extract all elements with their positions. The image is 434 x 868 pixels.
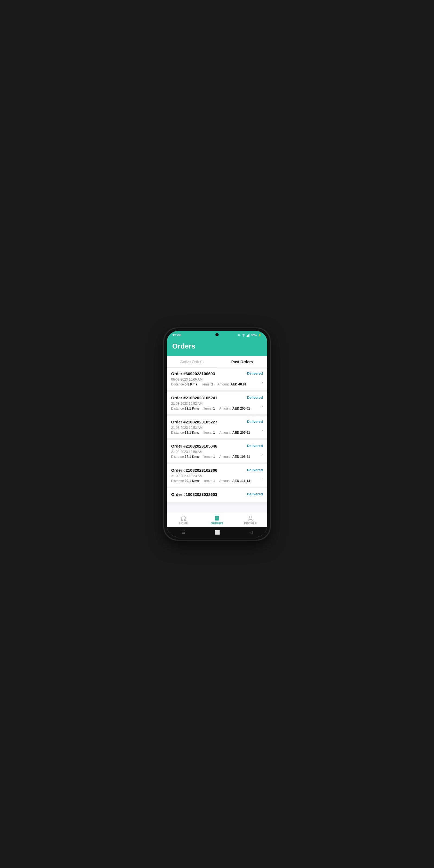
order-amount: Amount AED 48.81: [218, 382, 247, 386]
order-card-header: Order #10082023032603 Delivered: [171, 492, 263, 497]
chevron-right-icon: ›: [261, 476, 263, 481]
page-title: Orders: [172, 342, 262, 350]
location-icon: [237, 334, 241, 337]
order-card-4[interactable]: Order #21082023105046 Delivered 21-08-20…: [167, 440, 267, 464]
chevron-right-icon: ›: [261, 428, 263, 433]
nav-item-orders[interactable]: ORDERS: [200, 513, 234, 527]
orders-list: Order #6092023100603 Delivered 06-09-202…: [167, 368, 267, 512]
order-items: Items: 1: [204, 431, 215, 435]
order-datetime: 21-08-2023 10:52 AM: [171, 402, 263, 405]
order-number: Order #21082023102306: [171, 468, 217, 472]
tab-active-orders[interactable]: Active Orders: [167, 356, 217, 367]
nav-item-home[interactable]: HOME: [167, 513, 200, 527]
order-card-header: Order #21082023105227 Delivered: [171, 420, 263, 424]
svg-rect-2: [247, 335, 248, 337]
order-details-row: Distance 32.1 Kms Items: 1 Amount AED 10…: [171, 455, 263, 459]
phone-screen: 12:06 30% ⚡: [167, 331, 267, 537]
camera-notch: [215, 333, 219, 336]
order-card-5[interactable]: Order #21082023102306 Delivered 21-08-20…: [167, 464, 267, 488]
order-datetime: 21-08-2023 10:23 AM: [171, 474, 263, 478]
android-nav-bar: ☰ ⬜ ◁: [167, 527, 267, 537]
app-header: Orders: [167, 339, 267, 356]
status-time: 12:06: [172, 333, 181, 337]
nav-item-profile[interactable]: PROFILE: [234, 513, 267, 527]
order-card-6[interactable]: Order #10082023032603 Delivered: [167, 488, 267, 504]
order-status: Delivered: [247, 468, 263, 472]
android-back-btn[interactable]: ◁: [249, 530, 252, 535]
order-card-header: Order #6092023100603 Delivered: [171, 371, 263, 376]
order-items: Items: 1: [204, 407, 215, 410]
order-card-3[interactable]: Order #21082023105227 Delivered 21-08-20…: [167, 416, 267, 440]
order-datetime: 06-09-2023 10:06 AM: [171, 378, 263, 381]
order-card-1[interactable]: Order #6092023100603 Delivered 06-09-202…: [167, 368, 267, 392]
order-status: Delivered: [247, 492, 263, 496]
order-distance: Distance 32.1 Kms: [171, 455, 199, 459]
orders-label: ORDERS: [211, 522, 223, 525]
order-datetime: 21-08-2023 10:52 AM: [171, 426, 263, 430]
order-number: Order #21082023105241: [171, 396, 217, 400]
order-amount: Amount AED 205.61: [219, 431, 250, 435]
order-status: Delivered: [247, 420, 263, 424]
home-label: HOME: [179, 522, 188, 525]
order-status: Delivered: [247, 396, 263, 400]
order-card-2[interactable]: Order #21082023105241 Delivered 21-08-20…: [167, 392, 267, 416]
order-number: Order #10082023032603: [171, 492, 217, 497]
order-card-header: Order #21082023105046 Delivered: [171, 444, 263, 448]
android-home-btn[interactable]: ⬜: [215, 530, 220, 535]
order-datetime: 21-08-2023 10:50 AM: [171, 450, 263, 454]
order-amount: Amount AED 106.41: [219, 455, 250, 459]
orders-icon: [214, 515, 220, 521]
chevron-right-icon: ›: [261, 380, 263, 384]
order-card-header: Order #21082023105241 Delivered: [171, 396, 263, 400]
status-icons: 30% ⚡: [237, 333, 262, 337]
order-number: Order #21082023105227: [171, 420, 217, 424]
order-distance: Distance 32.1 Kms: [171, 407, 199, 410]
order-distance: Distance 32.1 Kms: [171, 479, 199, 483]
order-details-row: Distance 32.1 Kms Items: 1 Amount AED 11…: [171, 479, 263, 483]
order-distance: Distance 5.8 Kms: [171, 382, 197, 386]
status-bar: 12:06 30% ⚡: [167, 331, 267, 339]
order-details-row: Distance 32.1 Kms Items: 1 Amount AED 20…: [171, 407, 263, 410]
home-icon: [181, 515, 187, 521]
order-status: Delivered: [247, 444, 263, 448]
order-distance: Distance 32.1 Kms: [171, 431, 199, 435]
order-number: Order #21082023105046: [171, 444, 217, 448]
svg-rect-4: [249, 334, 250, 337]
svg-point-9: [249, 516, 251, 518]
bottom-nav: HOME ORDERS PROFILE: [167, 512, 267, 527]
profile-icon: [247, 515, 253, 521]
tab-bar: Active Orders Past Orders: [167, 356, 267, 368]
signal-icon: [247, 334, 250, 337]
order-card-header: Order #21082023102306 Delivered: [171, 468, 263, 472]
chevron-right-icon: ›: [261, 452, 263, 457]
order-number: Order #6092023100603: [171, 371, 215, 376]
tab-past-orders[interactable]: Past Orders: [217, 356, 267, 367]
android-menu-btn[interactable]: ☰: [182, 530, 185, 535]
order-details-row: Distance 32.1 Kms Items: 1 Amount AED 20…: [171, 431, 263, 435]
order-amount: Amount AED 205.61: [219, 407, 250, 410]
svg-point-0: [238, 334, 240, 336]
order-details-row: Distance 5.8 Kms Items: 1 Amount AED 48.…: [171, 382, 263, 386]
order-items: Items: 1: [204, 455, 215, 459]
svg-rect-1: [247, 336, 247, 337]
order-items: Items: 1: [204, 479, 215, 483]
phone-shell: 12:06 30% ⚡: [164, 328, 270, 540]
wifi-icon: [242, 334, 246, 337]
battery-text: 30%: [251, 334, 257, 337]
order-items: Items: 1: [202, 382, 213, 386]
order-status: Delivered: [247, 371, 263, 375]
order-amount: Amount AED 111.14: [219, 479, 250, 483]
profile-label: PROFILE: [244, 522, 257, 525]
svg-rect-3: [248, 335, 249, 337]
chevron-right-icon: ›: [261, 404, 263, 409]
